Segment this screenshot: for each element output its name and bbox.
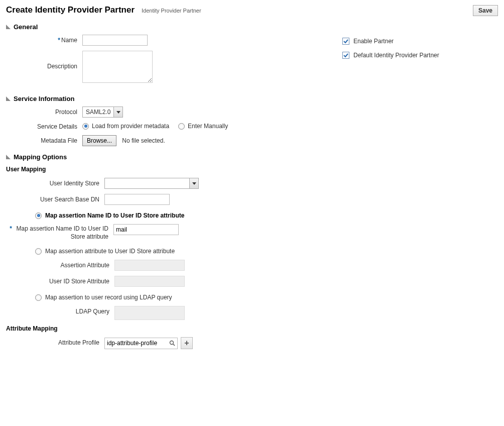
user-search-base-dn-input[interactable] <box>104 194 170 205</box>
metadata-file-label: Metadata File <box>6 135 82 144</box>
search-icon[interactable] <box>167 338 177 349</box>
file-status: No file selected. <box>122 137 165 144</box>
add-button[interactable]: + <box>181 337 193 349</box>
chevron-down-icon[interactable] <box>113 107 122 117</box>
user-id-store-attribute-label: User ID Store Attribute <box>6 276 114 285</box>
map-name-id-field-label: *Map assertion Name ID to User ID Store … <box>6 224 113 241</box>
chevron-down-icon[interactable] <box>189 178 198 188</box>
name-label: *Name <box>6 35 82 44</box>
radio-icon <box>35 294 42 301</box>
attribute-profile-combo[interactable] <box>104 338 178 349</box>
radio-map-name-id-label: Map assertion Name ID to User ID Store a… <box>45 212 184 219</box>
description-textarea[interactable] <box>82 51 153 83</box>
enter-manually-label: Enter Manually <box>188 123 228 130</box>
radio-map-ldap[interactable]: Map assertion to user record using LDAP … <box>35 294 498 301</box>
radio-map-ldap-label: Map assertion to user record using LDAP … <box>45 294 172 301</box>
section-header-mapping[interactable]: Mapping Options <box>6 153 498 161</box>
radio-icon <box>82 123 89 130</box>
plus-icon: + <box>184 339 189 347</box>
attribute-mapping-heading: Attribute Mapping <box>6 325 498 332</box>
ldap-query-input <box>114 306 185 320</box>
radio-enter-manually[interactable]: Enter Manually <box>178 123 228 130</box>
section-header-general[interactable]: General <box>6 23 498 31</box>
radio-map-name-id[interactable]: Map assertion Name ID to User ID Store a… <box>35 212 498 219</box>
section-header-service-info[interactable]: Service Information <box>6 95 498 102</box>
section-title-mapping: Mapping Options <box>14 153 67 161</box>
radio-icon <box>178 123 185 130</box>
svg-line-1 <box>173 344 175 346</box>
user-identity-store-value <box>105 178 189 188</box>
breadcrumb: Identity Provider Partner <box>142 8 201 14</box>
attribute-profile-input[interactable] <box>105 339 167 348</box>
radio-icon <box>35 212 42 219</box>
radio-map-attribute-label: Map assertion attribute to User ID Store… <box>45 248 175 255</box>
assertion-attribute-input <box>114 260 185 271</box>
collapse-icon <box>6 155 11 159</box>
section-title-general: General <box>14 23 38 31</box>
default-idp-checkbox[interactable] <box>342 52 349 59</box>
user-identity-store-select[interactable] <box>104 178 199 189</box>
section-title-service-info: Service Information <box>14 95 74 102</box>
svg-point-0 <box>170 341 174 345</box>
page-title: Create Identity Provider Partner <box>6 5 135 15</box>
radio-map-attribute[interactable]: Map assertion attribute to User ID Store… <box>35 248 498 255</box>
protocol-select[interactable]: SAML2.0 <box>82 106 123 118</box>
save-button[interactable]: Save <box>473 5 498 16</box>
description-label: Description <box>6 51 82 70</box>
attribute-profile-label: Attribute Profile <box>6 337 104 346</box>
user-mapping-heading: User Mapping <box>6 166 498 173</box>
map-name-id-input[interactable] <box>113 224 179 235</box>
user-search-base-dn-label: User Search Base DN <box>6 194 104 203</box>
radio-icon <box>35 248 42 255</box>
ldap-query-label: LDAP Query <box>6 306 114 315</box>
protocol-value: SAML2.0 <box>83 107 113 117</box>
enable-partner-checkbox[interactable] <box>342 38 349 45</box>
collapse-icon <box>6 96 11 101</box>
protocol-label: Protocol <box>6 106 82 116</box>
user-id-store-attribute-input <box>114 276 185 287</box>
service-details-label: Service Details <box>6 123 82 130</box>
load-metadata-label: Load from provider metadata <box>92 123 169 130</box>
name-input[interactable] <box>82 35 148 46</box>
browse-button[interactable]: Browse... <box>82 135 116 146</box>
default-idp-label: Default Identity Provider Partner <box>353 52 439 59</box>
user-identity-store-label: User Identity Store <box>6 178 104 187</box>
collapse-icon <box>6 25 11 29</box>
assertion-attribute-label: Assertion Attribute <box>6 260 114 269</box>
enable-partner-label: Enable Partner <box>353 38 394 45</box>
radio-load-metadata[interactable]: Load from provider metadata <box>82 123 169 130</box>
